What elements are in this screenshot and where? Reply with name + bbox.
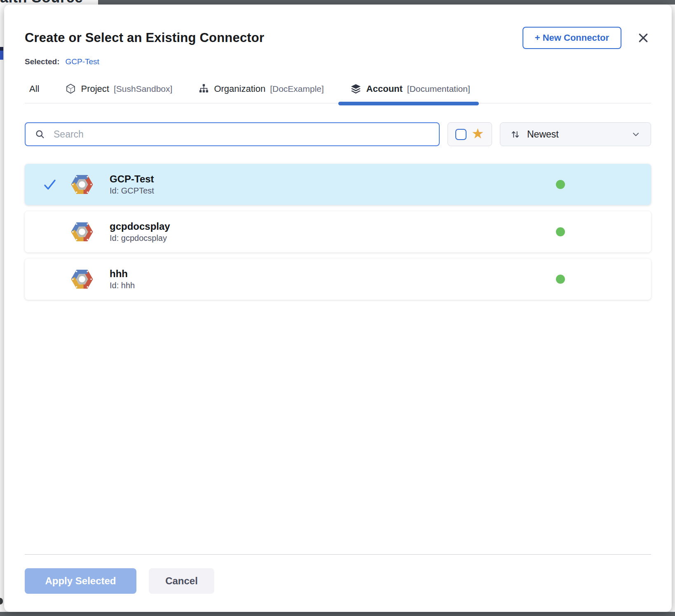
favorites-filter[interactable]: ★ [448,122,492,146]
sort-dropdown[interactable]: Newest [500,122,651,146]
tab-account[interactable]: Account [Documentation] [350,83,470,95]
new-connector-button[interactable]: + New Connector [523,27,621,49]
connector-row-hhh[interactable]: hhh Id: hhh [25,259,651,300]
modal-title: Create or Select an Existing Connector [25,30,264,45]
tab-project[interactable]: Project [SushSandbox] [65,83,172,94]
connector-id: Id: hhh [110,281,135,290]
status-dot [556,180,565,189]
gcp-connector-icon [70,267,94,291]
connector-name: hhh [110,268,135,280]
tab-organization[interactable]: Organization [DocExample] [198,83,323,94]
close-icon [637,32,649,44]
sort-arrows-icon [510,129,520,140]
cancel-button[interactable]: Cancel [149,568,214,594]
selected-connector-row: Selected: GCP-Test [25,57,651,66]
chevron-down-icon [631,129,641,139]
close-button[interactable] [635,30,651,46]
cube-icon [65,83,76,94]
backdrop-bottom-strip [0,612,675,616]
tab-all[interactable]: All [29,84,39,94]
background-page-title: alth Source [0,0,98,5]
connector-name: GCP-Test [110,173,154,185]
backdrop-fragment [0,598,3,604]
backdrop-fragment [0,51,3,60]
selected-label: Selected: [25,57,59,66]
status-dot [556,275,565,284]
star-icon: ★ [471,126,484,140]
search-icon [35,129,45,140]
connector-name: gcpdocsplay [110,221,170,232]
search-box [25,122,440,146]
status-dot [556,227,565,236]
favorites-checkbox[interactable] [455,129,466,140]
connector-row-gcp-test[interactable]: GCP-Test Id: GCPTest [25,164,651,205]
org-tree-icon [198,83,209,94]
connector-id: Id: gcpdocsplay [110,233,170,243]
footer-divider [25,554,651,555]
connector-id: Id: GCPTest [110,186,154,196]
gcp-connector-icon [70,220,94,244]
backdrop-top-strip: alth Source [0,0,675,5]
list-toolbar: ★ Newest [25,122,651,146]
connector-row-gcpdocsplay[interactable]: gcpdocsplay Id: gcpdocsplay [25,211,651,252]
check-icon [43,177,57,191]
connector-select-modal: Create or Select an Existing Connector +… [4,5,672,612]
layers-icon [350,83,362,95]
active-tab-indicator [338,102,479,105]
connector-list: GCP-Test Id: GCPTest gcpdocsplay Id: gcp… [25,164,651,300]
sort-selected-value: Newest [527,129,624,140]
modal-header: Create or Select an Existing Connector +… [25,27,651,49]
search-input[interactable] [54,129,430,140]
backdrop-fragment [0,47,3,51]
modal-footer: Apply Selected Cancel [25,554,651,594]
gcp-connector-icon [70,173,94,196]
apply-selected-button[interactable]: Apply Selected [25,568,136,594]
selected-connector-link[interactable]: GCP-Test [65,57,99,66]
scope-tabs: All Project [SushSandbox] Organization [… [25,83,651,103]
